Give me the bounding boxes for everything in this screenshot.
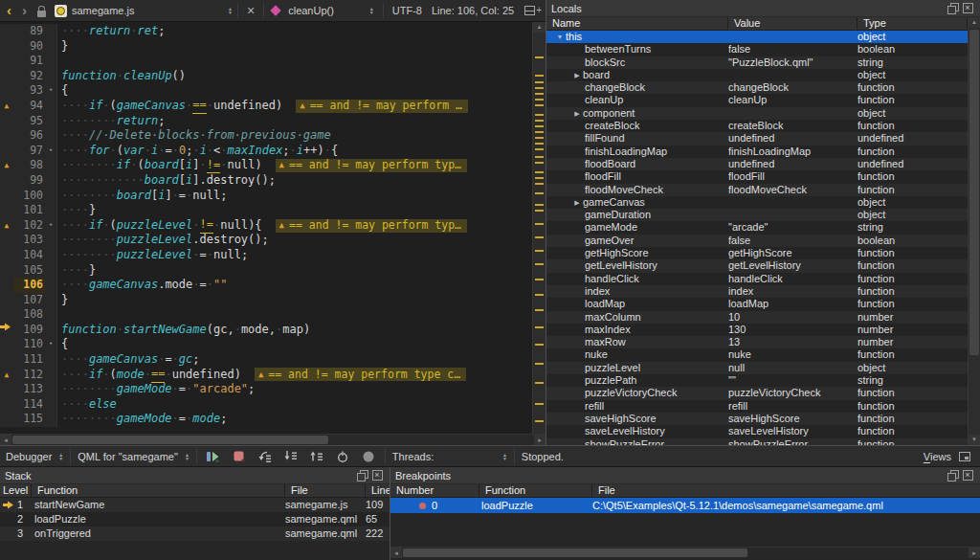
line-number[interactable]: 110 xyxy=(13,337,45,352)
scrollbar-thumb[interactable] xyxy=(403,549,747,557)
editor-horizontal-scrollbar[interactable]: ◂ ▸ xyxy=(0,434,546,445)
column-header-value[interactable]: Value xyxy=(728,17,858,30)
gutter-margin[interactable] xyxy=(0,412,13,427)
gutter-margin[interactable] xyxy=(0,397,13,413)
locals-vertical-scrollbar[interactable]: ▲ ▼ xyxy=(968,17,980,445)
column-header-file[interactable]: File xyxy=(592,484,980,497)
column-header-function[interactable]: Function xyxy=(32,484,285,497)
code-line[interactable]: 104········puzzleLevel·=·null; xyxy=(0,248,532,263)
gutter-warning-icon[interactable]: ▲ xyxy=(0,158,13,173)
line-number[interactable]: 89 xyxy=(13,24,45,39)
code-line[interactable]: 89····return·ret; xyxy=(0,24,532,39)
fold-margin[interactable] xyxy=(45,173,57,189)
line-number[interactable]: 97 xyxy=(13,144,45,159)
close-document-icon[interactable]: × xyxy=(243,4,258,17)
line-number[interactable]: 114 xyxy=(13,397,45,413)
forward-icon[interactable]: › xyxy=(19,1,30,20)
locals-row[interactable]: saveHighScoresaveHighScorefunction xyxy=(546,413,968,425)
fold-margin[interactable] xyxy=(45,382,57,397)
locals-row[interactable]: ▶boardobject xyxy=(546,69,968,81)
gutter-execution-pointer[interactable] xyxy=(0,323,13,338)
fold-margin[interactable] xyxy=(45,352,57,368)
expander-open-icon[interactable]: ▼ xyxy=(554,31,566,43)
line-number[interactable]: 93 xyxy=(13,83,45,99)
line-number[interactable]: 115 xyxy=(13,412,45,427)
fold-marker-icon[interactable]: ▾ xyxy=(45,337,57,352)
fold-marker-icon[interactable]: ▾ xyxy=(45,218,57,234)
gutter-margin[interactable] xyxy=(0,83,13,99)
locals-row[interactable]: indexindexfunction xyxy=(546,285,968,298)
expander-closed-icon[interactable]: ▶ xyxy=(571,107,583,120)
code-line[interactable]: 97▾····for·(var·i·=·0;·i·<·maxIndex;·i++… xyxy=(0,144,532,159)
restart-button[interactable] xyxy=(333,448,352,465)
gutter-margin[interactable] xyxy=(0,128,13,144)
scroll-right-icon[interactable]: ▸ xyxy=(534,435,546,445)
stack-row[interactable]: 1startNewGamesamegame.js109 xyxy=(0,498,390,512)
gutter-margin[interactable] xyxy=(0,39,13,55)
line-number[interactable]: 92 xyxy=(13,69,45,84)
code-line[interactable]: 114····else xyxy=(0,397,532,413)
gutter-warning-icon[interactable]: ▲ xyxy=(0,99,13,114)
gutter-warning-icon[interactable]: ▲ xyxy=(0,368,13,383)
step-over-button[interactable] xyxy=(256,448,275,465)
fold-margin[interactable] xyxy=(45,39,57,55)
code-line[interactable]: ▲112····if·(mode·==·undefined)▲== and !=… xyxy=(0,368,532,383)
column-header-file[interactable]: File xyxy=(285,484,366,497)
breakpoint-row[interactable]: 0loadPuzzleC:\Qt5\Examples\Qt-5.12.1\dem… xyxy=(390,498,980,513)
scroll-left-icon[interactable]: ◂ xyxy=(390,548,402,558)
fold-margin[interactable] xyxy=(45,54,57,69)
gutter-margin[interactable] xyxy=(0,293,13,308)
scroll-left-icon[interactable]: ◂ xyxy=(0,435,11,445)
fold-marker-icon[interactable]: ▾ xyxy=(45,144,57,159)
undock-button[interactable] xyxy=(945,2,960,15)
fold-margin[interactable] xyxy=(45,158,57,173)
locals-row[interactable]: ▶componentobject xyxy=(546,107,968,120)
step-out-button[interactable] xyxy=(307,448,326,465)
stack-column-headers[interactable]: Level Function File Line xyxy=(0,484,390,498)
undock-button[interactable] xyxy=(354,469,369,482)
locals-row[interactable]: nukenukefunction xyxy=(546,348,968,361)
code-line[interactable]: ▲102▾····if·(puzzleLevel·!=·null){▲== an… xyxy=(0,218,532,234)
locals-row[interactable]: handleClickhandleClickfunction xyxy=(546,273,968,285)
locals-row[interactable]: refillrefillfunction xyxy=(546,400,968,413)
fold-margin[interactable] xyxy=(45,248,57,263)
locals-row[interactable]: createBlockcreateBlockfunction xyxy=(546,120,968,132)
line-number[interactable]: 105 xyxy=(13,263,45,279)
stack-row[interactable]: 2loadPuzzlesamegame.qml65 xyxy=(0,512,390,526)
fold-margin[interactable] xyxy=(45,99,57,114)
locals-row[interactable]: betweenTurnsfalseboolean xyxy=(546,43,968,56)
code-line[interactable]: 92function·cleanUp() xyxy=(0,69,532,84)
close-panel-button[interactable]: × xyxy=(369,469,385,482)
line-number[interactable]: 108 xyxy=(13,307,45,323)
locals-row[interactable]: puzzleVictoryCheckpuzzleVictoryCheckfunc… xyxy=(546,387,968,399)
column-header-level[interactable]: Level xyxy=(0,484,32,497)
gutter-margin[interactable] xyxy=(0,203,13,218)
gutter-margin[interactable] xyxy=(0,54,13,69)
code-line[interactable]: 107} xyxy=(0,293,532,308)
fold-margin[interactable] xyxy=(45,24,57,39)
scroll-up-icon[interactable]: ▲ xyxy=(533,22,546,33)
line-number[interactable]: 112 xyxy=(13,368,45,383)
views-button[interactable]: Views xyxy=(924,451,951,462)
fold-margin[interactable] xyxy=(45,233,57,248)
gutter-margin[interactable] xyxy=(0,233,13,248)
column-header-function[interactable]: Function xyxy=(479,484,592,497)
line-number[interactable]: 100 xyxy=(13,189,45,204)
code-line[interactable]: 90} xyxy=(0,39,532,55)
line-number[interactable]: 109 xyxy=(13,323,45,338)
code-line[interactable]: 101····} xyxy=(0,203,532,218)
expander-closed-icon[interactable]: ▶ xyxy=(571,196,583,209)
code-line[interactable]: 108 xyxy=(0,307,532,323)
gutter-margin[interactable] xyxy=(0,382,13,397)
column-header-type[interactable]: Type xyxy=(858,17,968,30)
scrollbar-thumb[interactable] xyxy=(12,436,328,444)
locals-row[interactable]: showPuzzleErrorshowPuzzleErrorfunction xyxy=(546,438,968,446)
unlocked-icon[interactable] xyxy=(37,11,46,17)
code-line[interactable]: 96····//·Delete·blocks·from·previous·gam… xyxy=(0,128,532,144)
locals-row[interactable]: maxRow13number xyxy=(546,336,968,348)
code-line[interactable]: 99············board[i].destroy(); xyxy=(0,173,532,189)
interrupt-button[interactable] xyxy=(230,448,249,465)
breakpoints-column-headers[interactable]: Number Function File xyxy=(390,484,980,498)
locals-row[interactable]: finishLoadingMapfinishLoadingMapfunction xyxy=(546,146,968,158)
locals-row[interactable]: loadMaploadMapfunction xyxy=(546,298,968,310)
